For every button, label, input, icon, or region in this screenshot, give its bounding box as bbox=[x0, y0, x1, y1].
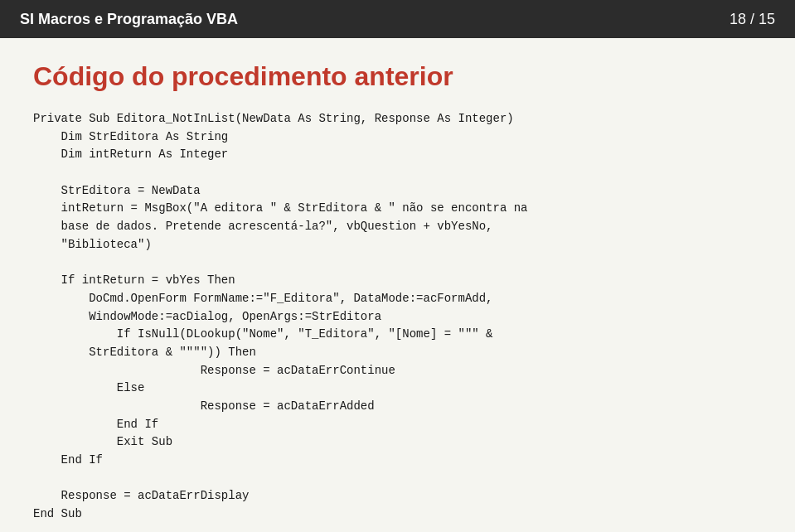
code-line-12: StrEditora & """")) Then bbox=[33, 346, 256, 359]
header-title: SI Macros e Programação VBA bbox=[20, 11, 238, 28]
code-line-19: Response = acDataErrDisplay bbox=[33, 489, 249, 502]
code-line-blank3 bbox=[33, 472, 40, 485]
code-line-10: WindowMode:=acDialog, OpenArgs:=StrEdito… bbox=[33, 310, 381, 323]
code-line-blank2 bbox=[33, 256, 40, 269]
code-line-20: End Sub bbox=[33, 507, 82, 520]
code-line-4: StrEditora = NewData bbox=[33, 184, 201, 197]
code-line-13: Response = acDataErrContinue bbox=[33, 364, 395, 377]
code-line-8: If intReturn = vbYes Then bbox=[33, 273, 235, 287]
code-line-17: Exit Sub bbox=[33, 435, 172, 448]
code-line-11: If IsNull(DLookup("Nome", "T_Editora", "… bbox=[33, 327, 493, 341]
header: SI Macros e Programação VBA 18 / 15 bbox=[0, 0, 795, 38]
code-line-15: Response = acDataErrAdded bbox=[33, 399, 375, 413]
code-line-16: End If bbox=[33, 418, 158, 431]
code-line-1: Private Sub Editora_NotInList(NewData As… bbox=[33, 112, 514, 125]
code-line-5: intReturn = MsgBox("A editora " & StrEdi… bbox=[33, 201, 528, 215]
code-line-3: Dim intReturn As Integer bbox=[33, 148, 228, 161]
code-line-2: Dim StrEditora As String bbox=[33, 130, 228, 143]
code-line-6: base de dados. Pretende acrescentá-la?",… bbox=[33, 220, 493, 233]
code-block: Private Sub Editora_NotInList(NewData As… bbox=[33, 110, 762, 524]
code-line-14: Else bbox=[33, 381, 144, 394]
code-line-blank1 bbox=[33, 166, 40, 179]
code-line-18: End If bbox=[33, 453, 103, 467]
header-page: 18 / 15 bbox=[730, 11, 775, 28]
code-line-9: DoCmd.OpenForm FormName:="F_Editora", Da… bbox=[33, 292, 493, 305]
main-content: Código do procedimento anterior Private … bbox=[0, 38, 795, 532]
section-title: Código do procedimento anterior bbox=[33, 61, 762, 92]
code-line-7: "Biblioteca") bbox=[33, 238, 152, 251]
